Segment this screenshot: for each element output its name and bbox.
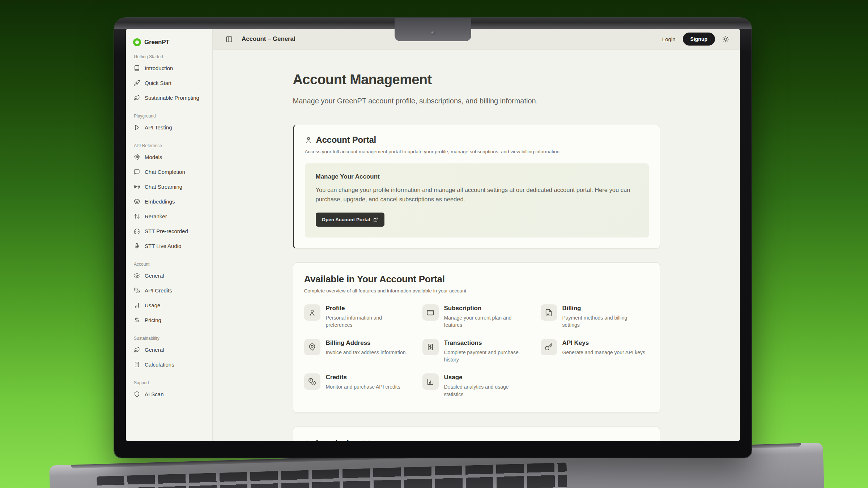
page-subtitle: Manage your GreenPT account profile, sub… — [293, 97, 660, 105]
feature-subscription: Subscription Manage your current plan an… — [422, 304, 531, 329]
play-icon — [134, 124, 140, 130]
sidebar-item-label: General — [145, 346, 164, 354]
panel-left-icon — [226, 36, 233, 43]
sidebar-section-account: Account — [134, 262, 206, 267]
laptop-keyboard — [97, 462, 569, 488]
signup-button[interactable]: Signup — [683, 33, 715, 46]
sidebar-item-label: Models — [145, 153, 162, 161]
file-text-icon — [545, 309, 553, 317]
sidebar-item-introduction[interactable]: Introduction — [133, 61, 206, 76]
brand-name: GreenPT — [144, 39, 169, 46]
feature-title: Usage — [444, 374, 527, 381]
feature-description: Payment methods and billing settings — [562, 314, 646, 329]
feature-billing: Billing Payment methods and billing sett… — [541, 304, 649, 329]
sidebar-item-label: Chat Completion — [145, 168, 185, 176]
feature-credits: Credits Monitor and purchase API credits — [304, 373, 412, 398]
sidebar-item-label: Reranker — [145, 213, 167, 220]
main-area: Account – General Login Signup Account M… — [213, 29, 740, 441]
sidebar-item-label: Calculations — [145, 361, 174, 368]
bar-chart-icon — [134, 302, 140, 308]
arrows-up-down-icon — [134, 213, 140, 219]
user-icon — [305, 136, 312, 144]
message-square-icon — [134, 169, 140, 175]
sidebar-item-label: Embeddings — [145, 198, 175, 205]
shield-icon — [134, 391, 140, 397]
sidebar-item-sustainability-general[interactable]: General — [133, 342, 206, 357]
open-account-portal-label: Open Account Portal — [322, 217, 370, 222]
receipt-icon — [426, 343, 434, 351]
account-portal-card: Account Portal Access your full account … — [293, 125, 660, 249]
sidebar-item-models[interactable]: Models — [133, 150, 206, 164]
desktop-scene: GreenPT Getting Started Introduction Qui… — [0, 0, 868, 488]
leaf-icon — [134, 347, 140, 353]
account-portal-header: Account Portal — [305, 135, 649, 145]
microphone-icon — [134, 243, 140, 249]
content-container: Account Management Manage your GreenPT a… — [293, 72, 660, 441]
sidebar-item-label: STT Pre-recorded — [145, 227, 188, 235]
sidebar-item-usage[interactable]: Usage — [133, 298, 206, 313]
chart-column-icon — [426, 378, 434, 386]
sun-icon — [722, 36, 729, 43]
open-account-portal-button[interactable]: Open Account Portal — [316, 213, 385, 227]
feature-description: Manage your current plan and features — [444, 314, 527, 329]
account-portal-title: Account Portal — [316, 135, 376, 145]
gear-icon — [134, 273, 140, 279]
feature-title: Credits — [326, 374, 400, 381]
sidebar-item-stt-pre-recorded[interactable]: STT Pre-recorded — [133, 224, 206, 239]
calculator-icon — [134, 361, 140, 368]
brand-logo[interactable]: GreenPT — [133, 38, 206, 46]
laptop-screen: GreenPT Getting Started Introduction Qui… — [126, 29, 740, 441]
layers-icon — [134, 198, 140, 205]
coins-icon — [308, 378, 316, 386]
sidebar-item-api-testing[interactable]: API Testing — [133, 120, 206, 135]
sidebar: GreenPT Getting Started Introduction Qui… — [126, 29, 213, 441]
feature-profile: Profile Personal information and prefere… — [304, 304, 412, 329]
credit-card-icon — [426, 309, 434, 317]
sidebar-item-api-credits[interactable]: API Credits — [133, 283, 206, 298]
feature-title: Billing — [562, 305, 646, 312]
feature-description: Detailed analytics and usage statistics — [444, 383, 527, 398]
feature-title: Transactions — [444, 339, 527, 347]
features-title: Available in Your Account Portal — [304, 274, 649, 285]
sidebar-item-reranker[interactable]: Reranker — [133, 209, 206, 224]
leaf-icon — [134, 95, 140, 101]
sidebar-item-pricing[interactable]: Pricing — [133, 313, 206, 328]
feature-usage: Usage Detailed analytics and usage stati… — [422, 373, 531, 398]
topbar-actions: Login Signup — [662, 33, 729, 46]
key-icon — [545, 343, 553, 351]
feature-description: Invoice and tax address information — [326, 349, 406, 356]
webcam-icon — [431, 31, 435, 35]
feature-description: Monitor and purchase API credits — [326, 383, 400, 390]
feature-description: Personal information and preferences — [326, 314, 409, 329]
sidebar-item-account-general[interactable]: General — [133, 268, 206, 283]
sidebar-item-calculations[interactable]: Calculations — [133, 357, 206, 372]
feature-billing-address: Billing Address Invoice and tax address … — [304, 339, 412, 364]
theme-toggle-button[interactable] — [722, 36, 729, 43]
laptop-notch — [395, 18, 471, 41]
sidebar-item-embeddings[interactable]: Embeddings — [133, 194, 206, 209]
content-scroll-area[interactable]: Account Management Manage your GreenPT a… — [213, 50, 740, 441]
sidebar-item-chat-completion[interactable]: Chat Completion — [133, 164, 206, 179]
sidebar-section-sustainability: Sustainability — [134, 336, 206, 341]
sidebar-item-sustainable-prompting[interactable]: Sustainable Prompting — [133, 90, 206, 105]
feature-title: Billing Address — [326, 339, 406, 347]
map-pin-icon — [308, 343, 316, 351]
sidebar-item-quick-start[interactable]: Quick Start — [133, 76, 206, 90]
sidebar-item-ai-scan[interactable]: AI Scan — [133, 387, 206, 402]
feature-title: Subscription — [444, 305, 527, 312]
feature-api-keys: API Keys Generate and manage your API ke… — [541, 339, 649, 364]
login-button[interactable]: Login — [662, 36, 676, 42]
subscription-management-card: Subscription Management — [293, 427, 660, 441]
sidebar-item-label: Usage — [145, 301, 160, 309]
page-breadcrumb-title: Account – General — [242, 35, 295, 43]
sidebar-item-label: API Credits — [145, 287, 172, 294]
book-icon — [134, 65, 140, 71]
sidebar-item-label: Pricing — [145, 316, 161, 324]
sidebar-item-label: AI Scan — [145, 390, 164, 398]
sidebar-toggle-button[interactable] — [226, 36, 233, 43]
page-title: Account Management — [293, 72, 660, 87]
sidebar-item-stt-live-audio[interactable]: STT Live Audio — [133, 239, 206, 253]
sidebar-item-chat-streaming[interactable]: Chat Streaming — [133, 179, 206, 194]
sidebar-item-label: Chat Streaming — [145, 183, 182, 191]
subscription-management-title: Subscription Management — [304, 438, 649, 441]
